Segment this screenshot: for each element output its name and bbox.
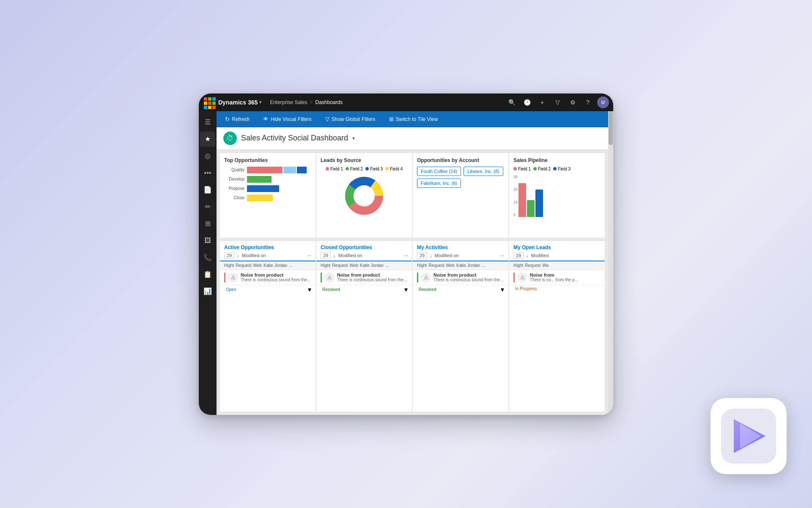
breadcrumb: Enterprise Sales > Dashboards: [270, 99, 343, 105]
sidebar-item-grid[interactable]: ⊞: [200, 216, 215, 231]
donut-container: Field 1 Field 2 Field 3: [321, 167, 408, 217]
dashboard-chevron-icon[interactable]: ▾: [352, 135, 355, 141]
sidebar-item-image[interactable]: 🖼: [200, 233, 215, 248]
sort-down-icon: ↓: [237, 253, 239, 258]
app-title[interactable]: Dynamics 365 ▾: [218, 99, 261, 106]
col-hight-3: Hight: [417, 263, 427, 268]
col-hight-4: Hight: [513, 263, 523, 268]
bar-seg-2: [283, 167, 296, 173]
col-web-2: Web: [350, 263, 358, 268]
sidebar-item-page[interactable]: 📄: [200, 182, 215, 198]
active-opp-item[interactable]: ⚠ Noise from product There is continuous…: [220, 270, 315, 286]
my-leads-toolbar: 29 ↓ Modified: [513, 252, 601, 259]
bar-row-close: Close: [224, 195, 311, 201]
closed-opp-item[interactable]: ⚠ Noise from product There is continuous…: [316, 270, 412, 286]
item-icon-2: ⚠: [324, 272, 335, 283]
account-btn-litware[interactable]: Litware, Inc. (8): [464, 167, 503, 176]
list-grid: Active Opportunities 29 ↓ Modified on ··…: [217, 241, 608, 415]
item-bar-red-2: [513, 272, 515, 283]
bar-container: [247, 195, 311, 201]
sidebar-item-menu[interactable]: ☰: [200, 115, 215, 130]
my-activities-card: My Activities 29 ↓ Modified on ··· Hight…: [413, 241, 508, 412]
hide-filters-button[interactable]: 👁 Hide Visual Filters: [260, 114, 315, 124]
expand-icon-2[interactable]: ▾: [404, 286, 408, 294]
bar-seg-yellow: [247, 195, 273, 201]
legend-label-1: Field 1: [330, 167, 343, 171]
col-request-2: Request: [332, 263, 348, 268]
closed-opp-cols: Hight Request Web Katie Jordan ...: [316, 261, 412, 270]
legend-dot-1: [326, 167, 329, 170]
closed-opp-more-icon[interactable]: ···: [404, 253, 408, 258]
col-web: Web: [253, 263, 262, 268]
scroll-bar[interactable]: [608, 111, 613, 415]
waffle-icon[interactable]: [203, 96, 215, 108]
pipeline-dot-3: [553, 167, 557, 170]
sidebar-item-chart[interactable]: 📊: [200, 284, 215, 299]
col-name-3: Katie Jordan: [456, 263, 480, 268]
item-content-2: Noise from product There is continuous s…: [337, 272, 408, 282]
active-opp-sort-label: Modified on: [242, 253, 266, 258]
vbar-group-1: [518, 183, 543, 217]
expand-icon[interactable]: ▾: [308, 286, 311, 294]
breadcrumb-current[interactable]: Dashboards: [315, 99, 343, 105]
sidebar-item-recent[interactable]: ◎: [200, 148, 215, 164]
search-icon[interactable]: 🔍: [506, 96, 518, 108]
help-icon[interactable]: ?: [582, 96, 594, 108]
item-bar-green: [321, 272, 322, 283]
history-icon[interactable]: 🕐: [521, 96, 533, 108]
pipeline-label-3: Field 3: [558, 167, 571, 171]
sidebar-item-doc[interactable]: 📋: [200, 267, 215, 282]
pipeline-label-1: Field 1: [518, 167, 531, 171]
sales-pipeline-chart: Sales Pipeline Field 1 Field 2 Field: [509, 153, 605, 238]
refresh-button[interactable]: ↻ Refresh: [222, 114, 253, 124]
col-hight-2: Hight: [321, 263, 330, 268]
item-title-2: Noise from product: [337, 272, 408, 277]
my-activities-item[interactable]: ⚠ Noise from product There is continuous…: [413, 270, 508, 286]
sidebar-item-home[interactable]: ★: [200, 132, 215, 147]
my-activities-title: My Activities: [417, 244, 504, 250]
my-activities-more-icon[interactable]: ···: [500, 253, 504, 258]
leads-by-source-chart: Leads by Source Field 1 Field 2: [316, 153, 412, 238]
settings-icon[interactable]: ⚙: [567, 96, 579, 108]
my-leads-sort-label: Modified: [531, 253, 549, 258]
my-leads-item[interactable]: ⚠ Noise from There is co... from the p..…: [509, 270, 605, 286]
scroll-thumb[interactable]: [609, 111, 613, 145]
col-we: We: [543, 263, 549, 268]
nav-icons: 🔍 🕐 + ▽ ⚙ ? U: [506, 96, 609, 108]
charts-grid: Top Opportunities Quality Develop: [217, 150, 608, 241]
sort-down-icon-2: ↓: [333, 253, 336, 258]
account-btn-fouth[interactable]: Fouth Coffee (14): [417, 167, 461, 176]
bar-seg-1: [247, 167, 283, 173]
my-leads-cols: Hight Request We: [509, 261, 605, 270]
donut-svg: [343, 175, 385, 217]
sidebar-item-more[interactable]: •••: [200, 165, 215, 181]
sidebar-item-edit[interactable]: ✏: [200, 199, 215, 214]
item-title: Noise from product: [241, 272, 311, 277]
filter-icon[interactable]: ▽: [551, 96, 563, 108]
my-activities-header: My Activities 29 ↓ Modified on ···: [413, 241, 508, 261]
vbar-y-axis: 3525155: [513, 175, 518, 217]
item-status-4: In Progress: [513, 286, 538, 292]
expand-icon-3[interactable]: ▾: [501, 286, 504, 294]
show-global-filters-button[interactable]: ▽ Show Global Filters: [322, 114, 379, 124]
bar-container: [247, 185, 311, 192]
svg-point-4: [354, 185, 375, 206]
active-opp-more-icon[interactable]: ···: [307, 253, 311, 258]
switch-view-button[interactable]: ⊞ Switch to Tile View: [386, 114, 442, 124]
bar-label-propose: Propose: [224, 186, 244, 191]
item-desc-4: There is co... from the p...: [530, 277, 601, 282]
sidebar-item-phone[interactable]: 📞: [200, 250, 215, 265]
pipeline-legend-3: Field 3: [553, 167, 571, 171]
bar-label-quality: Quality: [224, 168, 244, 172]
breadcrumb-parent[interactable]: Enterprise Sales: [270, 99, 307, 105]
active-opp-header: Active Opportunities 29 ↓ Modified on ··…: [220, 241, 315, 261]
col-name: Katie Jordan: [263, 263, 287, 268]
account-btn-fabrikam[interactable]: Fabrikam, Inc. (6): [417, 178, 461, 188]
item-icon: ⚠: [228, 272, 238, 283]
bar-label-close: Close: [224, 195, 244, 200]
new-icon[interactable]: +: [536, 96, 548, 108]
bar-container: [247, 176, 311, 183]
user-avatar[interactable]: U: [597, 96, 609, 108]
my-open-leads-card: My Open Leads 29 ↓ Modified Hight Reques…: [509, 241, 605, 412]
my-activities-cols: Hight Request Web Katie Jordan ...: [413, 261, 508, 270]
